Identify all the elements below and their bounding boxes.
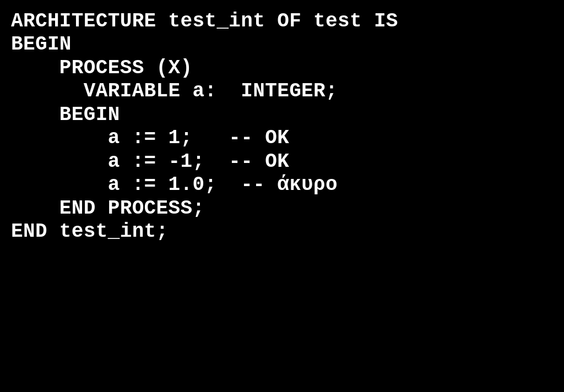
code-line-2: BEGIN	[11, 33, 553, 56]
code-line-10: END test_int;	[11, 220, 553, 243]
code-line-8: a := 1.0; -- άκυρο	[11, 173, 553, 197]
code-line-4: VARIABLE a: INTEGER;	[11, 80, 553, 103]
code-line-9: END PROCESS;	[11, 197, 553, 220]
code-display: ARCHITECTURE test_int OF test IS BEGIN P…	[0, 0, 564, 392]
code-line-1: ARCHITECTURE test_int OF test IS	[11, 10, 553, 33]
code-line-5: BEGIN	[11, 104, 553, 127]
code-line-6: a := 1; -- OK	[11, 127, 553, 150]
code-line-3: PROCESS (X)	[11, 57, 553, 80]
code-line-7: a := -1; -- OK	[11, 150, 553, 173]
